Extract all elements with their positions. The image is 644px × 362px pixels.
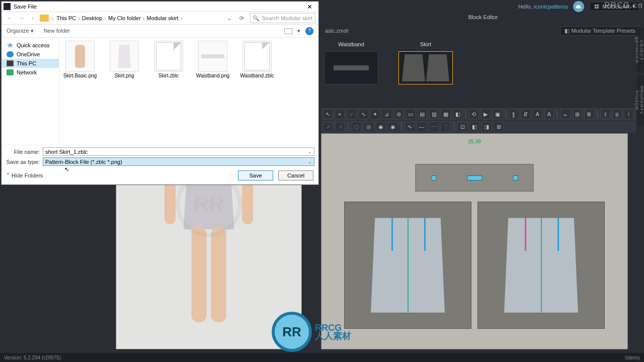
toolbar-button[interactable]: ⋮ <box>441 122 451 132</box>
pattern-node[interactable] <box>467 175 482 180</box>
toolbar-button[interactable]: A <box>532 109 542 119</box>
toolbar-button[interactable]: ⊿ <box>382 109 391 119</box>
dart-line[interactable] <box>525 218 526 251</box>
file-list[interactable]: Skirt.Basic.pngSkirt.pngSkirt.zblcWaistb… <box>59 38 318 145</box>
toolbar-button[interactable]: ▦ <box>441 109 450 119</box>
nav-forward-icon[interactable]: → <box>17 15 27 21</box>
skirt-front-panel[interactable] <box>344 202 471 329</box>
hello-prefix: Hello, <box>518 4 534 10</box>
chevron-down-icon[interactable]: ▾ <box>297 28 300 34</box>
category-waistband[interactable]: Waistband <box>324 41 378 97</box>
view-options-icon[interactable] <box>284 28 292 34</box>
toolbar-button[interactable]: ∿ <box>405 122 415 132</box>
sidebar-item[interactable]: Quick access <box>2 41 59 50</box>
refresh-icon[interactable]: ⟳ <box>236 15 247 22</box>
close-button[interactable]: ✕ <box>302 3 316 11</box>
toolbar-button[interactable]: ▣ <box>493 109 502 119</box>
toolbar-button[interactable]: ◌ <box>352 122 362 132</box>
dart-line[interactable] <box>424 218 426 251</box>
toolbar-button[interactable]: ⟋ <box>323 122 333 132</box>
object-browser-tab[interactable]: OBJECT BROWSER <box>637 28 644 73</box>
save-button[interactable]: Save <box>238 170 273 180</box>
sidebar-item[interactable]: OneDrive <box>2 50 59 59</box>
nav-up-icon[interactable]: ↑ <box>30 15 37 21</box>
toolbar-button[interactable]: ↖ <box>323 109 333 119</box>
toolbar-button[interactable]: ⇵ <box>521 109 530 119</box>
file-item[interactable]: Waistband.zblc <box>239 41 275 78</box>
search-input[interactable]: 🔍 Search Modular skirt <box>250 13 315 23</box>
category-skirt[interactable]: Skirt <box>398 41 453 97</box>
toolbar-button[interactable]: ⏛ <box>560 109 570 119</box>
file-item[interactable]: Skirt.zblc <box>151 41 186 78</box>
filename-input[interactable]: short Skirt_1.zblc ⌄ <box>43 147 314 156</box>
toolbar-button[interactable]: — <box>417 122 427 132</box>
nav-back-icon[interactable]: ← <box>5 15 14 21</box>
chevron-down-icon[interactable]: ⌄ <box>308 159 312 164</box>
toolbar-button[interactable]: ⋯ <box>429 122 439 132</box>
toolbar-button[interactable]: ⟋ <box>347 109 356 119</box>
toolbar-button[interactable]: ⊡ <box>457 122 467 132</box>
toolbar-button[interactable]: ⟲ <box>469 109 478 119</box>
skirt-front-pattern[interactable] <box>367 218 449 312</box>
toolbar-button[interactable]: ⊞ <box>573 109 582 119</box>
toolbar-button[interactable]: ≣ <box>584 109 594 119</box>
hide-folders-label: Hide Folders <box>12 172 43 178</box>
toolbar-button[interactable]: ⫼ <box>612 109 622 119</box>
dart-line[interactable] <box>557 218 559 251</box>
hide-folders-button[interactable]: ˄ Hide Folders <box>7 172 43 179</box>
chevron-down-icon[interactable]: ⌄ <box>308 149 312 154</box>
toolbar-button[interactable]: ⌖ <box>335 109 344 119</box>
toolbar-button[interactable]: ⊞ <box>494 122 504 132</box>
file-item[interactable]: Waistband.png <box>195 41 230 78</box>
breadcrumb-segment[interactable]: Desktop <box>82 15 102 21</box>
new-folder-button[interactable]: New folder <box>44 28 70 34</box>
skirt-shape-icon <box>402 54 425 81</box>
pattern-node[interactable] <box>431 175 436 180</box>
username[interactable]: iconicpatterns <box>534 4 568 10</box>
breadcrumb-segment[interactable]: Modular skirt <box>146 15 178 21</box>
toolbar-button[interactable]: ⫶ <box>624 109 633 119</box>
toolbar-button[interactable]: ⟋ <box>335 122 345 132</box>
waistband-pattern-panel[interactable] <box>416 164 534 192</box>
chevron-right-icon[interactable]: › <box>78 15 80 21</box>
toolbar-button[interactable]: ▶ <box>481 109 491 119</box>
chevron-right-icon[interactable]: › <box>52 15 54 21</box>
chevron-right-icon[interactable]: › <box>104 15 106 21</box>
property-editor-tab[interactable]: PROPERTY EDITOR <box>637 75 644 126</box>
filetype-select[interactable]: Pattern-Block File (*.zblc *.png) ⌄ ↖ <box>43 157 314 166</box>
cloud-sync-icon[interactable] <box>573 1 584 12</box>
toolbar-button[interactable]: ◉ <box>376 122 386 132</box>
toolbar-button[interactable]: ✦ <box>370 109 380 119</box>
help-icon[interactable]: ? <box>305 27 313 35</box>
toolbar-button[interactable]: ◉ <box>388 122 398 132</box>
toolbar-button[interactable]: ⫴ <box>601 109 610 119</box>
toolbar-button[interactable]: A <box>544 109 554 119</box>
skirt-back-panel[interactable] <box>477 202 605 329</box>
toolbar-button[interactable]: ◧ <box>453 109 462 119</box>
chevron-right-icon[interactable]: › <box>180 15 182 21</box>
toolbar-button[interactable]: ∿ <box>358 109 368 119</box>
toolbar-button[interactable]: ▤ <box>418 109 427 119</box>
organize-button[interactable]: Organize ▾ <box>7 28 34 34</box>
template-presets-button[interactable]: ◧ Modular Template Presets <box>560 26 640 36</box>
sidebar-item[interactable]: This PC <box>2 59 59 68</box>
path-expand-icon[interactable]: ⌄ <box>225 15 233 22</box>
toolbar-button[interactable]: ◧ <box>469 122 479 132</box>
sidebar-item[interactable]: Network <box>2 68 59 77</box>
dart-line[interactable] <box>391 218 393 251</box>
pattern-2d-canvas[interactable]: 25.39 <box>321 133 628 349</box>
toolbar-button[interactable]: ‖ <box>509 109 519 119</box>
file-item[interactable]: Skirt.png <box>107 41 142 78</box>
toolbar-button[interactable]: ▭ <box>406 109 415 119</box>
pattern-node[interactable] <box>513 175 518 180</box>
toolbar-button[interactable]: ⊘ <box>394 109 404 119</box>
breadcrumb-segment[interactable]: My Clo folder <box>108 15 141 21</box>
toolbar-button[interactable]: ◨ <box>481 122 492 132</box>
file-item[interactable]: Skirt.Basic.png <box>62 41 98 78</box>
toolbar-button[interactable]: ◎ <box>364 122 374 132</box>
chevron-right-icon[interactable]: › <box>143 15 145 21</box>
breadcrumb-segment[interactable]: This PC <box>56 15 76 21</box>
toolbar-button[interactable]: ▥ <box>429 109 439 119</box>
skirt-back-pattern[interactable] <box>500 218 582 312</box>
cancel-button[interactable]: Cancel <box>278 170 313 180</box>
